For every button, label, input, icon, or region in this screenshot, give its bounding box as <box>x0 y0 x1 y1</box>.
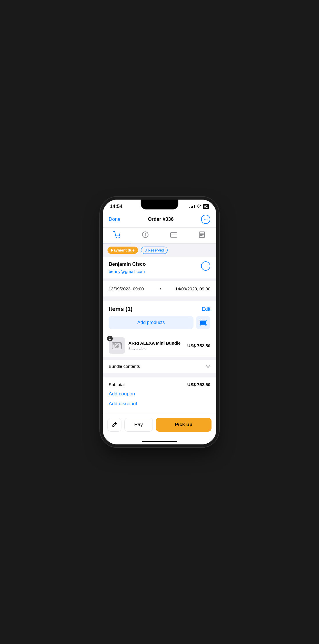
items-title: Items (1) <box>109 306 132 312</box>
chevron-down-icon <box>206 364 210 369</box>
bottom-action-bar: Pay Pick up <box>103 414 216 439</box>
product-image <box>109 337 125 354</box>
date-arrow-icon: → <box>157 286 162 292</box>
customer-name: Benjamin Cisco <box>109 261 146 267</box>
svg-rect-14 <box>203 321 204 324</box>
add-products-button[interactable]: Add products <box>109 316 193 329</box>
payment-due-badge: Payment due <box>107 247 138 254</box>
done-button[interactable]: Done <box>109 216 121 222</box>
screen-content: Done Order #336 ··· <box>103 211 216 414</box>
camera-product-icon <box>111 340 123 351</box>
product-qty-wrap: 1 <box>109 337 125 354</box>
pricing-section: Subtotal US$ 752,50 Add coupon Add disco… <box>103 377 216 414</box>
product-name: ARRI ALEXA Mini Bundle <box>128 341 184 345</box>
payment-icon <box>170 232 177 239</box>
cart-icon <box>113 231 121 240</box>
battery-indicator: 92 <box>203 204 209 209</box>
tab-payment[interactable] <box>160 228 188 243</box>
items-section: Items (1) Edit Add products <box>103 301 216 357</box>
bundle-contents-label: Bundle contents <box>109 364 140 369</box>
svg-point-18 <box>115 344 119 348</box>
tab-notes[interactable] <box>188 228 216 243</box>
pricing-divider <box>109 411 210 411</box>
nav-header: Done Order #336 ··· <box>103 211 216 228</box>
svg-rect-13 <box>202 321 203 324</box>
tab-cart[interactable] <box>103 228 131 243</box>
more-options-button[interactable]: ··· <box>201 215 210 224</box>
status-time: 14:54 <box>110 204 122 209</box>
status-icons: 92 <box>189 204 209 209</box>
subtotal-row: Subtotal US$ 752,50 <box>109 382 210 387</box>
items-header: Items (1) Edit <box>109 306 210 312</box>
subtotal-label: Subtotal <box>109 382 125 387</box>
phone-notch <box>141 200 178 209</box>
svg-rect-19 <box>113 343 115 344</box>
customer-section: Benjamin Cisco benny@gmail.com ··· <box>103 257 216 279</box>
svg-point-0 <box>116 237 117 238</box>
subtotal-value: US$ 752,50 <box>187 382 210 387</box>
scan-barcode-button[interactable] <box>196 316 210 329</box>
home-bar <box>142 441 177 442</box>
add-discount-button[interactable]: Add discount <box>109 401 210 407</box>
end-date: 14/09/2023, 09:00 <box>175 286 210 291</box>
svg-rect-16 <box>205 321 206 324</box>
badges-row: Payment due 3 Reserved <box>103 244 216 257</box>
pay-button[interactable]: Pay <box>124 418 153 432</box>
svg-point-1 <box>119 237 119 238</box>
tab-bar <box>103 228 216 244</box>
items-edit-button[interactable]: Edit <box>202 306 210 312</box>
signal-icon <box>189 205 195 208</box>
pickup-button[interactable]: Pick up <box>156 418 212 432</box>
tab-info[interactable] <box>131 228 160 243</box>
svg-rect-5 <box>171 233 177 237</box>
svg-point-22 <box>116 345 118 347</box>
start-date: 13/09/2023, 09:00 <box>109 286 144 291</box>
info-icon <box>142 231 149 240</box>
product-price: US$ 752,50 <box>187 343 210 348</box>
product-availability: 3 available <box>128 346 184 351</box>
bundle-contents-section[interactable]: Bundle contents <box>103 359 216 375</box>
edit-icon-button[interactable] <box>107 418 121 432</box>
customer-more-button[interactable]: ··· <box>201 261 210 271</box>
barcode-scan-icon <box>200 319 207 326</box>
edit-pencil-icon <box>112 422 117 428</box>
page-title: Order #336 <box>148 216 174 222</box>
customer-info: Benjamin Cisco benny@gmail.com <box>109 261 146 274</box>
svg-rect-11 <box>200 321 201 324</box>
home-indicator <box>103 439 216 444</box>
customer-email[interactable]: benny@gmail.com <box>109 269 146 274</box>
product-details: ARRI ALEXA Mini Bundle 3 available <box>128 341 184 351</box>
wifi-icon <box>196 204 201 209</box>
dates-section: 13/09/2023, 09:00 → 14/09/2023, 09:00 <box>103 281 216 299</box>
svg-rect-12 <box>202 321 202 324</box>
add-coupon-button[interactable]: Add coupon <box>109 391 210 397</box>
notes-icon <box>199 231 205 240</box>
reserved-badge: 3 Reserved <box>141 247 168 254</box>
product-item: 1 ARRI ALEXA Mini Bundle <box>109 334 210 357</box>
svg-rect-15 <box>204 321 205 324</box>
add-products-row: Add products <box>109 316 210 329</box>
